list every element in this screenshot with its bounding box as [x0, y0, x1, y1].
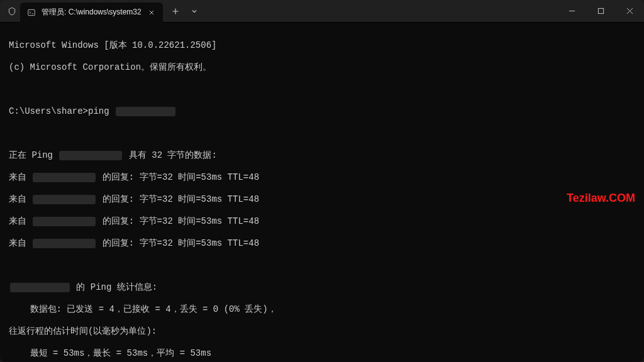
- redacted-ip: [33, 217, 96, 226]
- redacted-ip: [33, 239, 96, 248]
- reply-pre: 来自: [9, 216, 31, 228]
- tab-title: 管理员: C:\windows\system32: [42, 7, 142, 18]
- ping-header-post: 具有 32 字节的数据:: [123, 150, 216, 162]
- reply-post: 的回复: 字节=32 时间=53ms TTL=48: [97, 238, 259, 250]
- terminal-output[interactable]: Microsoft Windows [版本 10.0.22621.2506] (…: [0, 23, 644, 362]
- terminal-icon: [26, 8, 36, 18]
- close-button[interactable]: [615, 0, 644, 23]
- os-version-line: Microsoft Windows [版本 10.0.22621.2506]: [9, 40, 216, 52]
- minimize-button[interactable]: [557, 0, 586, 23]
- window-titlebar: 管理员: C:\windows\system32: [0, 0, 644, 23]
- new-tab-button[interactable]: [165, 1, 186, 21]
- reply-post: 的回复: 字节=32 时间=53ms TTL=48: [97, 172, 259, 184]
- maximize-button[interactable]: [586, 0, 615, 23]
- watermark-text: Tezilaw.COM: [567, 191, 635, 206]
- tab-close-button[interactable]: [147, 8, 157, 18]
- reply-pre: 来自: [9, 238, 31, 250]
- stats-rtt-values: 最短 = 53ms，最长 = 53ms，平均 = 53ms: [9, 348, 211, 359]
- stats-packets: 数据包: 已发送 = 4，已接收 = 4，丢失 = 0 (0% 丢失)，: [9, 304, 277, 315]
- tab-dropdown-button[interactable]: [186, 1, 203, 21]
- redacted-ip: [33, 195, 96, 204]
- copyright-line: (c) Microsoft Corporation。保留所有权利。: [9, 62, 211, 74]
- redacted-ip: [33, 173, 96, 182]
- reply-post: 的回复: 字节=32 时间=53ms TTL=48: [97, 216, 259, 228]
- stats-header: 的 Ping 统计信息:: [71, 282, 157, 293]
- tab-active[interactable]: 管理员: C:\windows\system32: [20, 3, 163, 23]
- redacted-host: [59, 151, 122, 160]
- redacted-ip: [10, 283, 70, 292]
- redacted-host: [116, 107, 175, 116]
- reply-pre: 来自: [9, 194, 31, 206]
- ping-header-pre: 正在 Ping: [9, 150, 58, 162]
- stats-rtt-label: 往返行程的估计时间(以毫秒为单位):: [9, 326, 157, 337]
- shield-icon: [8, 7, 16, 16]
- svg-rect-1: [598, 8, 603, 13]
- reply-post: 的回复: 字节=32 时间=53ms TTL=48: [97, 194, 259, 206]
- window-controls: [557, 0, 644, 23]
- svg-rect-0: [28, 9, 35, 15]
- prompt-command: C:\Users\share>ping: [9, 106, 114, 118]
- reply-pre: 来自: [9, 172, 31, 184]
